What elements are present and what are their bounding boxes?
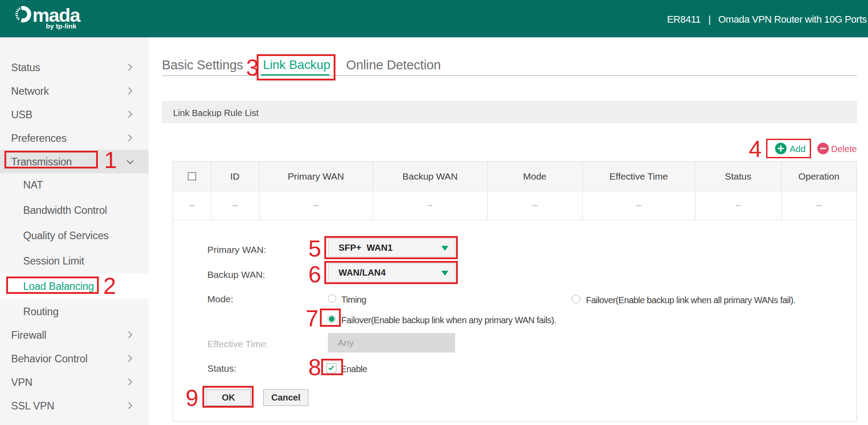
svg-text:by tp-link: by tp-link: [46, 22, 77, 30]
